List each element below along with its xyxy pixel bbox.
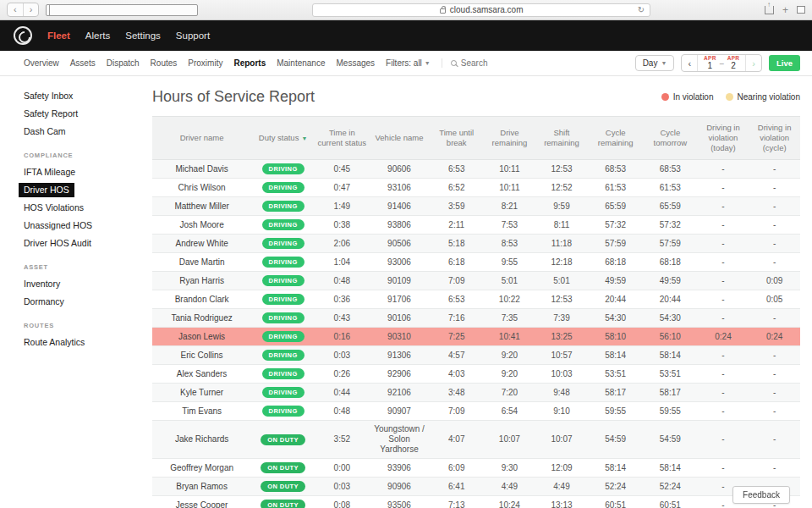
sidebar-item-safety-inbox[interactable]: Safety Inbox [24,86,152,104]
column-header-driving-in-violation-today-[interactable]: Driving in violation (today) [698,117,749,160]
duty-status-badge: DRIVING [262,238,304,249]
cell-time-until-break: 4:57 [429,346,484,365]
cell-status: ON DUTY [251,496,315,508]
subnav-item-dispatch[interactable]: Dispatch [107,58,140,68]
nav-item-settings[interactable]: Settings [125,30,161,41]
table-row[interactable]: Eric CollinsDRIVING0:03913064:579:2010:5… [152,346,800,365]
cell-time-in-status: 0:48 [315,272,370,290]
duty-status-badge: DRIVING [262,257,304,268]
subnav-item-reports[interactable]: Reports [233,58,266,68]
feedback-button[interactable]: Feedback [732,486,790,504]
chevron-right-icon[interactable]: › [745,55,761,71]
day-dropdown[interactable]: Day▼ [635,55,675,71]
table-row[interactable]: Dave MartinDRIVING1:04930066:189:5512:18… [152,253,800,272]
table-row[interactable]: Chris WilsonDRIVING0:47931066:5210:1112:… [152,179,800,197]
cell-violation-today: - [698,402,749,421]
search-input[interactable] [461,58,554,68]
cell-shift-remaining: 5:01 [535,272,589,290]
cell-driver: Alex Sanders [152,365,251,384]
table-row[interactable]: Tim EvansDRIVING0:48909077:096:549:1059:… [152,402,800,421]
nav-item-alerts[interactable]: Alerts [85,30,110,41]
column-header-cycle-remaining[interactable]: Cycle remaining [588,117,643,160]
table-row[interactable]: Alex SandersDRIVING0:26929064:039:2010:0… [152,365,800,384]
address-bar[interactable]: cloud.samsara.com ↻ [312,3,650,17]
sidebar-item-ifta-mileage[interactable]: IFTA Mileage [24,163,152,180]
duty-status-badge: DRIVING [262,312,304,323]
sidebar-item-unassigned-hos[interactable]: Unassigned HOS [24,216,152,234]
table-row[interactable]: Andrew WhiteDRIVING2:06905065:188:5311:1… [152,235,800,253]
samsara-logo[interactable] [14,26,32,45]
subnav-item-proximity[interactable]: Proximity [188,58,222,68]
sidebar-item-safety-report[interactable]: Safety Report [24,104,152,122]
column-header-cycle-tomorrow[interactable]: Cycle tomorrow [643,117,698,160]
filters-dropdown[interactable]: Filters: all▼ [386,58,431,68]
sidebar-item-driver-hos[interactable]: Driver HOS [24,180,152,198]
table-row[interactable]: Brandon ClarkDRIVING0:36917066:5310:2212… [152,290,800,309]
sidebar-item-driver-hos-audit[interactable]: Driver HOS Audit [24,234,152,251]
cell-time-in-status: 1:49 [315,197,370,216]
end-day[interactable]: 2 [731,62,736,70]
cell-cycle-tomorrow: 61:53 [643,179,698,197]
share-icon[interactable] [765,6,774,14]
table-row[interactable]: Ryan HarrisDRIVING0:48901097:095:015:014… [152,272,800,290]
cell-time-in-status: 3:52 [315,421,370,459]
subnav-item-overview[interactable]: Overview [24,58,59,68]
cell-drive-remaining: 9:20 [484,346,535,365]
column-header-drive-remaining[interactable]: Drive remaining [484,117,535,160]
column-header-time-until-break[interactable]: Time until break [429,117,484,160]
sidebar-item-hos-violations[interactable]: HOS Violations [24,198,152,216]
subnav-item-maintenance[interactable]: Maintenance [277,58,325,68]
duty-status-badge: DRIVING [262,406,304,417]
table-row[interactable]: Josh MooreDRIVING0:38938062:117:538:1157… [152,216,800,235]
reload-icon[interactable]: ↻ [638,5,645,14]
back-icon[interactable]: ‹ [8,3,23,16]
table-row[interactable]: Kyle TurnerDRIVING0:44921063:487:209:485… [152,384,800,402]
new-tab-icon[interactable]: + [782,4,788,16]
table-row[interactable]: Michael DavisDRIVING0:45906066:5310:1112… [152,160,800,179]
start-day[interactable]: 1 [708,62,713,70]
cell-cycle-tomorrow: 54:30 [643,309,698,328]
table-row[interactable]: Jesse CooperON DUTY0:08935067:1310:2413:… [152,496,800,508]
sidebar-item-dash-cam[interactable]: Dash Cam [24,122,152,140]
sidebar-toggle-icon[interactable] [46,4,198,16]
cell-shift-remaining: 12:53 [535,290,589,309]
table-row[interactable]: Bryan RamosON DUTY0:03909066:414:494:495… [152,478,800,496]
table-row[interactable]: Tania RodriguezDRIVING0:43901067:167:357… [152,309,800,328]
cell-violation-today: 0:24 [698,328,749,346]
duty-status-badge: DRIVING [262,182,304,193]
table-row[interactable]: Geoffrey MorganON DUTY0:00939066:099:301… [152,459,800,478]
cell-time-until-break: 7:25 [429,328,484,346]
column-header-driver-name[interactable]: Driver name [152,117,251,160]
sidebar-item-inventory[interactable]: Inventory [24,274,152,292]
cell-time-in-status: 0:47 [315,179,370,197]
table-row[interactable]: Matthew MillerDRIVING1:49914063:598:219:… [152,197,800,216]
tab-overview-icon[interactable] [797,6,805,14]
forward-icon[interactable]: › [23,3,39,16]
sidebar-item-route-analytics[interactable]: Route Analytics [24,333,152,351]
sidebar-item-dormancy[interactable]: Dormancy [24,292,152,310]
table-row[interactable]: Jake RichardsON DUTY3:52Youngstown / Sol… [152,421,800,459]
cell-cycle-tomorrow: 20:44 [643,290,698,309]
subnav-item-messages[interactable]: Messages [336,58,375,68]
column-header-shift-remaining[interactable]: Shift remaining [535,117,589,160]
cell-time-in-status: 0:38 [315,216,370,235]
nav-item-support[interactable]: Support [176,30,210,41]
sort-caret-icon[interactable]: ▼ [301,135,307,141]
cell-driver: Jesse Cooper [152,496,251,508]
column-header-vehicle-name[interactable]: Vehicle name [370,117,430,160]
duty-status-badge: DRIVING [262,275,304,286]
cell-driver: Chris Wilson [152,179,251,197]
cell-time-until-break: 6:41 [429,478,484,496]
column-header-time-in-current-status[interactable]: Time in current status [315,117,370,160]
nav-item-fleet[interactable]: Fleet [47,30,70,41]
column-header-duty-status[interactable]: Duty status▼ [251,117,315,160]
column-header-driving-in-violation-cycle-[interactable]: Driving in violation (cycle) [749,117,800,160]
table-row[interactable]: Jason LewisDRIVING0:16903107:2510:4113:2… [152,328,800,346]
cell-time-until-break: 4:03 [429,365,484,384]
chevron-left-icon[interactable]: ‹ [682,55,698,71]
subnav-item-routes[interactable]: Routes [151,58,178,68]
live-button[interactable]: Live [769,55,800,71]
cell-cycle-tomorrow: 56:10 [643,328,698,346]
subnav-item-assets[interactable]: Assets [70,58,96,68]
cell-vehicle: 90109 [370,272,430,290]
